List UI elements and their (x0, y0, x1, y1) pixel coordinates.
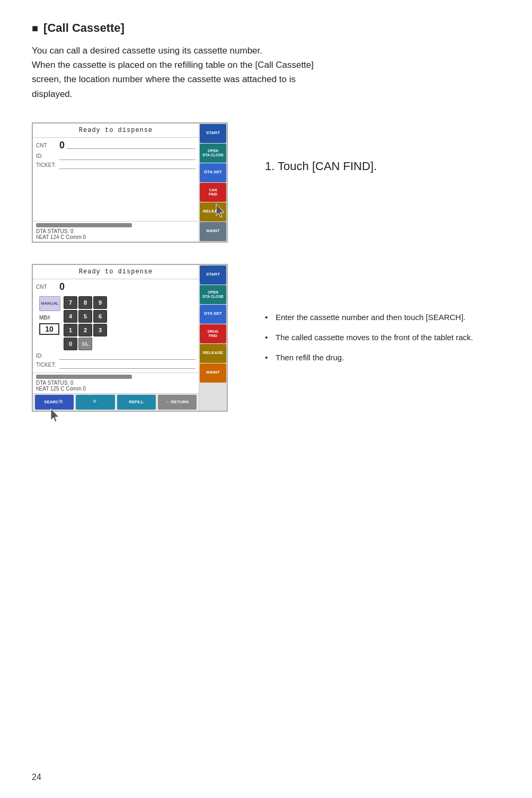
step1-area: 1. Touch [CAN FIND]. (265, 159, 500, 173)
device-screen-2-wrapper: Ready to dispense CNT 0 MANUAL (32, 264, 233, 412)
ticket-field-2 (59, 361, 196, 369)
open-dta-btn-1[interactable]: OPENDTA CLOSE (200, 144, 226, 163)
screen-footer-1: DTA STATUS: 0 hEAT 124 C Comm 0 (33, 221, 199, 242)
id-row-2: ID: (36, 352, 196, 360)
screen-column: Ready to dispense CNT 0 ID: (32, 122, 233, 412)
release-btn-1[interactable]: RELEASE (200, 202, 226, 221)
key-cl[interactable]: CL (78, 338, 92, 350)
cnt-label-1: CNT (36, 143, 57, 148)
screen-main-2: Ready to dispense CNT 0 MANUAL (33, 265, 199, 411)
id-label-2: ID: (36, 353, 57, 359)
dta-set-btn-1[interactable]: DTA SET (200, 163, 226, 182)
can-find-btn-1[interactable]: CANFIND (200, 183, 226, 202)
id-field-2 (59, 352, 196, 360)
maint-btn-1[interactable]: MAINT (200, 222, 226, 241)
id-field-1 (59, 153, 196, 160)
screens-area: Ready to dispense CNT 0 ID: (32, 122, 500, 412)
key-2[interactable]: 2 (78, 324, 92, 336)
screen-header-2: Ready to dispense (33, 265, 199, 279)
heat-2: hEAT 125 C Comm 0 (36, 386, 196, 392)
cnt-row-2: CNT 0 (36, 281, 196, 292)
ticket-label-2: TICKET: (36, 362, 57, 368)
search-btn[interactable]: SEARC🔍 (35, 395, 74, 410)
step1-label: 1. Touch [CAN FIND]. (265, 159, 500, 173)
key-8[interactable]: 8 (78, 296, 92, 309)
keypad-left: MANUAL MB# 10 (39, 296, 60, 335)
screen-footer-row-2: SEARC🔍 🔍 REFILL ← RETURN (33, 393, 199, 411)
dta-status-1: DTA STATUS: 0 (36, 228, 196, 234)
page-number: 24 (32, 773, 41, 782)
return-btn[interactable]: ← RETURN (158, 395, 197, 410)
dta-status-2: DTA STATUS: 0 (36, 380, 196, 386)
bullet-list: Enter the cassette number and then touch… (265, 311, 500, 364)
paper-bar-2 (36, 375, 132, 379)
key-9[interactable]: 9 (93, 296, 107, 309)
drug-find-btn[interactable]: DRUGFIND (200, 324, 226, 343)
section-title: [Call Cassette] (43, 21, 125, 35)
bullet-item-1: Enter the cassette number and then touch… (265, 311, 500, 324)
keypad-grid: 7 8 9 4 5 6 1 2 3 0 (64, 296, 107, 350)
page-content: ■ [Call Cassette] You can call a desired… (0, 0, 532, 465)
ticket-row-1: TICKET: (36, 162, 196, 169)
device-screen-1-wrapper: Ready to dispense CNT 0 ID: (32, 122, 233, 243)
device-screen-1: Ready to dispense CNT 0 ID: (32, 122, 228, 243)
screen-body-1: CNT 0 ID: TICKET: (33, 138, 199, 221)
cnt-row-1: CNT 0 (36, 140, 196, 151)
key-1[interactable]: 1 (64, 324, 77, 336)
start-btn-1[interactable]: START (200, 124, 226, 143)
manual-btn[interactable]: MANUAL (39, 296, 60, 311)
ticket-label-1: TICKET: (36, 162, 57, 168)
cnt-value-1: 0 (59, 140, 65, 151)
dta-set-btn-2[interactable]: DTA SET (200, 305, 226, 324)
screen-main-1: Ready to dispense CNT 0 ID: (33, 123, 199, 242)
intro-line3: screen, the location number where the ca… (32, 72, 500, 86)
bullet-item-2: The called cassette moves to the front o… (265, 331, 500, 344)
cnt-label-2: CNT (36, 284, 57, 290)
bullet-icon: ■ (32, 22, 38, 34)
maint-btn-2[interactable]: MAINT (200, 363, 226, 383)
open-dta-btn-2[interactable]: OPENDTA CLOSE (200, 285, 226, 304)
screen-footer-2: DTA STATUS: 0 hEAT 125 C Comm 0 (33, 373, 199, 393)
key-4[interactable]: 4 (64, 310, 77, 323)
keypad-right: 7 8 9 4 5 6 1 2 3 0 (64, 296, 107, 350)
screen-sidebar-1: START OPENDTA CLOSE DTA SET CANFIND RELE… (199, 123, 227, 242)
mb-value: 10 (39, 323, 59, 335)
intro-line4: displayed. (32, 87, 500, 101)
bullet-item-3: Then refill the drug. (265, 351, 500, 364)
id-row-1: ID: (36, 153, 196, 160)
key-7[interactable]: 7 (64, 296, 77, 309)
intro-text: You can call a desired cassette using it… (32, 43, 500, 101)
cnt-value-2: 0 (59, 281, 65, 292)
heat-1: hEAT 124 C Comm 0 (36, 234, 196, 240)
device-screen-2: Ready to dispense CNT 0 MANUAL (32, 264, 228, 412)
zoom-btn[interactable]: 🔍 (76, 395, 114, 410)
key-0[interactable]: 0 (64, 338, 77, 350)
start-btn-2[interactable]: START (200, 265, 226, 285)
mb-label: MB# (39, 315, 60, 321)
refill-btn[interactable]: REFILL (117, 395, 156, 410)
key-5[interactable]: 5 (78, 310, 92, 323)
key-6[interactable]: 6 (93, 310, 107, 323)
intro-line2: When the cassette is placed on the refil… (32, 58, 500, 72)
release-btn-2[interactable]: RELEASE (200, 344, 226, 363)
ticket-field-1 (59, 162, 196, 169)
section-header: ■ [Call Cassette] (32, 21, 500, 35)
id-label-1: ID: (36, 153, 57, 159)
cnt-field-line-1 (67, 141, 196, 149)
bullets-area: Enter the cassette number and then touch… (265, 311, 500, 364)
ticket-row-2: TICKET: (36, 361, 196, 369)
keypad-area: MANUAL MB# 10 7 8 9 4 (36, 294, 196, 352)
screen-body-2: CNT 0 MANUAL MB# 10 (33, 279, 199, 373)
screen-header-1: Ready to dispense (33, 123, 199, 138)
screen-sidebar-2: START OPENDTA CLOSE DTA SET DRUGFIND REL… (199, 265, 227, 411)
intro-line1: You can call a desired cassette using it… (32, 43, 500, 58)
instructions-col: 1. Touch [CAN FIND]. Enter the cassette … (233, 122, 500, 371)
paper-bar-1 (36, 223, 132, 227)
key-3[interactable]: 3 (93, 324, 107, 336)
